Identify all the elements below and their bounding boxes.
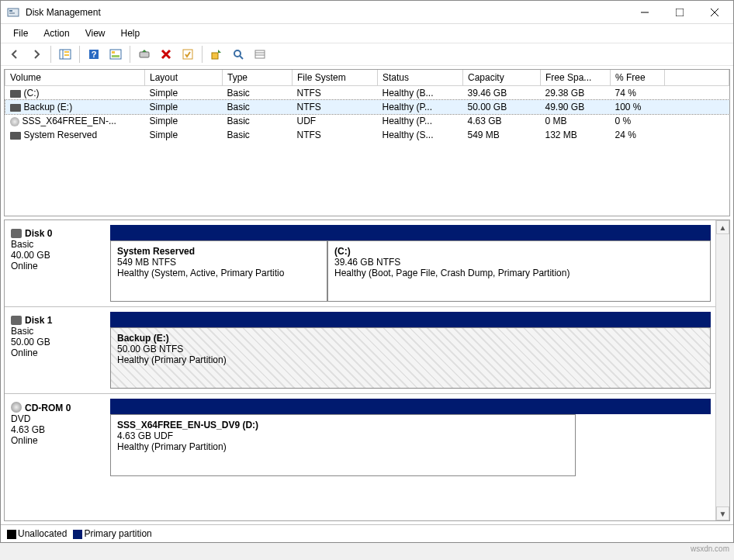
disk-state: Online — [11, 261, 104, 271]
scroll-down-arrow[interactable]: ▼ — [716, 506, 729, 520]
properties-button[interactable] — [178, 45, 197, 64]
menu-view[interactable]: View — [78, 26, 113, 40]
disc-icon — [11, 402, 22, 413]
graphical-view: Disk 0Basic40.00 GBOnlineSystem Reserved… — [4, 220, 730, 521]
menu-file[interactable]: File — [5, 26, 36, 40]
partition-info: 4.63 GB UDF — [117, 430, 569, 441]
volume-row[interactable]: SSS_X64FREE_EN-...SimpleBasicUDFHealthy … — [5, 114, 729, 128]
cell-layout: Simple — [145, 100, 223, 114]
svg-rect-9 — [64, 51, 69, 53]
volume-row[interactable]: System ReservedSimpleBasicNTFSHealthy (S… — [5, 128, 729, 142]
svg-rect-4 — [676, 9, 684, 16]
svg-rect-1 — [9, 10, 12, 12]
volume-row[interactable]: (C:)SimpleBasicNTFSHealthy (B...39.46 GB… — [5, 86, 729, 101]
partition[interactable]: SSS_X64FREE_EN-US_DV9 (D:)4.63 GB UDFHea… — [110, 414, 576, 476]
show-hide-tree-button[interactable] — [56, 45, 74, 64]
scroll-up-arrow[interactable]: ▲ — [716, 220, 729, 234]
partition-name: System Reserved — [117, 246, 320, 257]
menu-action[interactable]: Action — [36, 26, 77, 40]
find-button[interactable] — [229, 45, 248, 64]
toolbar-sep — [202, 46, 203, 63]
cell-layout: Simple — [145, 114, 223, 128]
disk-type: DVD — [11, 413, 104, 424]
close-button[interactable] — [697, 2, 732, 23]
content: Volume Layout Type File System Status Ca… — [1, 66, 733, 542]
cell-status: Healthy (P... — [378, 114, 463, 128]
rescan-button[interactable] — [207, 45, 226, 64]
partition[interactable]: (C:)39.46 GB NTFSHealthy (Boot, Page Fil… — [327, 240, 711, 302]
cell-volume: (C:) — [5, 86, 145, 101]
disk-row: CD-ROM 0DVD4.63 GBOnlineSSS_X64FREE_EN-U… — [5, 394, 715, 481]
disk-info[interactable]: Disk 0Basic40.00 GBOnline — [5, 220, 110, 306]
maximize-button[interactable] — [662, 2, 697, 23]
app-icon — [7, 6, 19, 19]
cell-fs: NTFS — [293, 100, 378, 114]
window-title: Disk Management — [26, 7, 627, 18]
window: Disk Management File Action View Help ? — [0, 0, 734, 543]
partition-status: Healthy (Primary Partition) — [117, 441, 569, 452]
disk-partitions: SSS_X64FREE_EN-US_DV9 (D:)4.63 GB UDFHea… — [110, 394, 715, 481]
footer-watermark: wsxdn.com — [0, 543, 734, 555]
svg-rect-10 — [64, 54, 69, 56]
col-free-space[interactable]: Free Spa... — [541, 70, 611, 86]
minimize-button[interactable] — [627, 2, 662, 23]
disk-header-bar — [110, 312, 711, 327]
partition-name: SSS_X64FREE_EN-US_DV9 (D:) — [117, 420, 569, 430]
partition[interactable]: Backup (E:)50.00 GB NTFSHealthy (Primary… — [110, 327, 711, 389]
vertical-scrollbar[interactable]: ▲ ▼ — [715, 220, 729, 520]
legend-swatch-primary — [73, 530, 82, 539]
settings-view-button[interactable] — [106, 45, 125, 64]
drive-icon — [10, 132, 21, 140]
col-layout[interactable]: Layout — [145, 70, 223, 86]
cell-capacity: 549 MB — [463, 128, 541, 142]
cell-status: Healthy (B... — [378, 86, 463, 101]
disk-state: Online — [11, 347, 104, 358]
cell-fs: NTFS — [293, 128, 378, 142]
partition-info: 549 MB NTFS — [117, 257, 320, 268]
volume-list[interactable]: Volume Layout Type File System Status Ca… — [4, 69, 730, 216]
cell-fs: NTFS — [293, 86, 378, 101]
col-volume[interactable]: Volume — [5, 70, 145, 86]
delete-button[interactable] — [157, 45, 175, 64]
col-type[interactable]: Type — [223, 70, 293, 86]
cell-layout: Simple — [145, 86, 223, 101]
menubar: File Action View Help — [1, 24, 733, 43]
cell-free: 132 MB — [541, 128, 611, 142]
disk-type: Basic — [11, 326, 104, 337]
toolbar: ? — [1, 43, 733, 66]
disk-info[interactable]: CD-ROM 0DVD4.63 GBOnline — [5, 394, 110, 481]
list-view-button[interactable] — [251, 45, 269, 64]
menu-help[interactable]: Help — [113, 26, 148, 40]
partition-status: Healthy (Primary Partition) — [117, 354, 704, 365]
refresh-button[interactable] — [135, 45, 154, 64]
volume-row[interactable]: Backup (E:)SimpleBasicNTFSHealthy (P...5… — [5, 100, 729, 114]
partition-name: (C:) — [334, 246, 704, 257]
cell-type: Basic — [223, 114, 293, 128]
svg-rect-16 — [140, 52, 149, 57]
disk-row: Disk 0Basic40.00 GBOnlineSystem Reserved… — [5, 220, 715, 307]
disk-size: 4.63 GB — [11, 424, 104, 435]
cell-free: 49.90 GB — [541, 100, 611, 114]
svg-line-20 — [240, 56, 243, 59]
disk-size: 40.00 GB — [11, 250, 104, 261]
column-headers[interactable]: Volume Layout Type File System Status Ca… — [5, 70, 729, 86]
col-spacer — [665, 70, 729, 86]
col-file-system[interactable]: File System — [293, 70, 378, 86]
svg-rect-15 — [112, 55, 119, 57]
col-pct-free[interactable]: % Free — [611, 70, 665, 86]
cell-fs: UDF — [293, 114, 378, 128]
help-button[interactable]: ? — [85, 45, 103, 64]
partition[interactable]: System Reserved549 MB NTFSHealthy (Syste… — [110, 240, 327, 302]
cell-pct: 100 % — [611, 100, 665, 114]
back-button[interactable] — [5, 45, 24, 64]
disk-row: Disk 1Basic50.00 GBOnlineBackup (E:)50.0… — [5, 307, 715, 394]
disk-info[interactable]: Disk 1Basic50.00 GBOnline — [5, 307, 110, 393]
forward-button[interactable] — [27, 45, 46, 64]
legend-primary: Primary partition — [84, 528, 151, 539]
cell-pct: 74 % — [611, 86, 665, 101]
svg-text:?: ? — [92, 50, 97, 59]
disk-state: Online — [11, 435, 104, 446]
col-status[interactable]: Status — [378, 70, 463, 86]
disk-icon — [11, 229, 22, 238]
col-capacity[interactable]: Capacity — [463, 70, 541, 86]
